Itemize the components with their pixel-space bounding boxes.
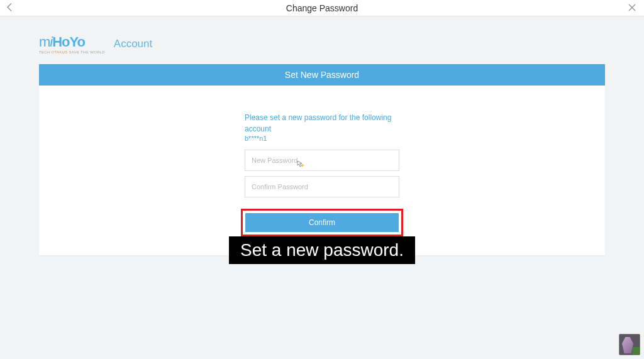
card: Set New Password Please set a new passwo… (39, 64, 605, 255)
page-container: miHoYo TECH OTAKUS SAVE THE WORLD Accoun… (0, 16, 644, 255)
avatar-thumbnail[interactable] (619, 334, 640, 355)
confirm-button[interactable]: Confirm (245, 213, 399, 232)
banner-title: Set New Password (39, 64, 605, 86)
caption-text: Set a new password. (229, 236, 415, 264)
window-title: Change Password (286, 3, 358, 13)
confirm-password-wrap (245, 176, 399, 197)
instruction-text: Please set a new password for the follow… (245, 112, 399, 135)
window-header: Change Password (0, 0, 644, 16)
mihoyo-logo: miHoYo TECH OTAKUS SAVE THE WORLD (39, 34, 105, 54)
new-password-input[interactable] (245, 150, 399, 170)
logo-row: miHoYo TECH OTAKUS SAVE THE WORLD Accoun… (39, 34, 605, 54)
confirm-highlight-box: Confirm (241, 209, 403, 236)
confirm-password-input[interactable] (245, 177, 399, 197)
status-badge-icon (632, 347, 640, 355)
back-icon[interactable] (6, 2, 13, 14)
form-area: Please set a new password for the follow… (39, 86, 605, 255)
close-icon[interactable] (628, 3, 636, 14)
username-text: b****n1 (245, 135, 399, 142)
account-label: Account (114, 38, 152, 50)
new-password-wrap (245, 150, 399, 171)
